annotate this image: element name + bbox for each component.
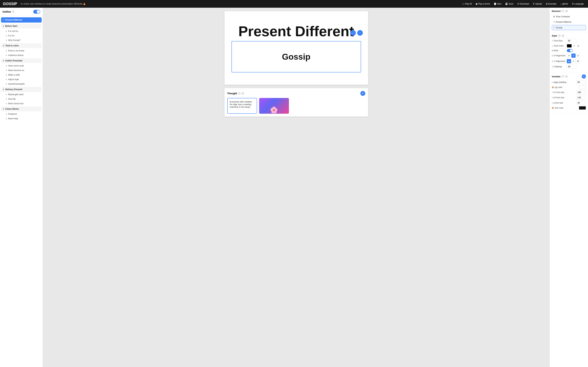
var-color-swatch-bg-color[interactable] bbox=[579, 85, 586, 89]
element-info-icon[interactable]: ? bbox=[562, 10, 564, 12]
style-close-icon[interactable]: ✕ bbox=[562, 35, 564, 37]
var-row-p-font-size: #p font size bbox=[552, 101, 586, 105]
padding-icon: ⊡ bbox=[552, 66, 553, 68]
github-button[interactable]: ⌂github bbox=[559, 2, 570, 6]
sidebar-item-word-cloud-mode[interactable]: +Word cloud mod bbox=[4, 101, 42, 106]
var-label-bg-color: 🎨bg color bbox=[552, 86, 578, 89]
element-item-present-different[interactable]: TPresent Different bbox=[552, 20, 586, 24]
sidebar-item-give-life[interactable]: +Give life bbox=[4, 97, 42, 101]
upload-button[interactable]: ⬆Upload bbox=[531, 2, 543, 6]
variable-info-icon[interactable]: ? bbox=[562, 75, 564, 78]
bold-toggle[interactable] bbox=[567, 49, 573, 52]
var-input-p-font-size[interactable] bbox=[576, 101, 586, 105]
thought-card-image[interactable]: 🌸 bbox=[259, 98, 289, 114]
thought-close-icon[interactable]: ✕ bbox=[242, 92, 244, 95]
bold-icon: B bbox=[552, 50, 553, 52]
example-button[interactable]: ⊞Example bbox=[545, 2, 558, 6]
sidebar-item-ideas-become-ou[interactable]: +Ideas become ou bbox=[4, 68, 42, 73]
var-input-page-padding[interactable] bbox=[576, 80, 586, 84]
element-section: Element ? ✕ ⊞Row ContainerTPresent Diffe… bbox=[550, 8, 588, 32]
sidebar-item-before-start[interactable]: +Before Start bbox=[1, 24, 42, 28]
variable-rows: #page padding🎨bg color#h1 font size#h2 f… bbox=[552, 80, 586, 110]
slide-area: Present Different Gossip ‹ › Thought ? ✕ bbox=[43, 8, 549, 367]
thought-add-button[interactable]: + bbox=[360, 91, 365, 96]
v-align-top-button[interactable]: ▲ bbox=[567, 59, 571, 63]
style-section-title: Style ? ✕ bbox=[552, 34, 586, 37]
sidebar-children-tend-to-solve: +Point is not Powe+Audience distrac bbox=[1, 49, 42, 58]
plus-icon: + bbox=[3, 25, 4, 27]
sidebar-item-tend-to-solve[interactable]: +Tend to solve bbox=[1, 43, 42, 48]
h-align-left-button[interactable]: ≡ bbox=[567, 54, 571, 58]
sidebar-item-future-works[interactable]: +Future Works bbox=[1, 107, 42, 111]
outline-info-icon[interactable]: ? bbox=[12, 10, 14, 13]
sidebar-item-make-a-slide[interactable]: +Make a slide bbox=[4, 73, 42, 77]
element-icon: T bbox=[553, 21, 554, 23]
var-input-h1-font-size[interactable] bbox=[576, 91, 586, 94]
sidebar-group-tend-to-solve: +Tend to solve+Point is not Powe+Audienc… bbox=[1, 43, 42, 58]
element-section-title: Element ? ✕ bbox=[552, 10, 586, 12]
padding-input[interactable] bbox=[567, 65, 576, 69]
outline-toggle[interactable] bbox=[33, 10, 40, 14]
sidebar-item-need-help[interactable]: +Need Help bbox=[4, 116, 42, 121]
sidebar-item-delivery-presenti[interactable]: +Delivery Presenti bbox=[1, 87, 42, 92]
element-item-row-container[interactable]: ⊞Row Container bbox=[552, 14, 586, 19]
sidebar-item-it-is-for[interactable]: +It is for bbox=[4, 33, 42, 38]
plus-icon: + bbox=[6, 78, 7, 81]
variable-close-icon[interactable]: ✕ bbox=[565, 75, 568, 78]
sidebar-item-why-gossip[interactable]: +Why Gossip? bbox=[4, 38, 42, 42]
sidebar-item-point-is-not-powe[interactable]: +Point is not Powe bbox=[4, 49, 42, 53]
font-color-eyedropper-icon[interactable]: 👁 bbox=[573, 44, 576, 48]
var-row-bg-color: 🎨bg color bbox=[552, 85, 586, 89]
font-color-label: △ Font Color bbox=[552, 45, 566, 47]
plus-icon: + bbox=[6, 98, 7, 100]
var-color-swatch-font-color[interactable] bbox=[579, 106, 586, 110]
sidebar-item-save-download[interactable]: +Save/Download/C bbox=[4, 82, 42, 86]
thought-card-text[interactable]: Everyone who shakes his legs has a sewin… bbox=[227, 98, 257, 114]
sidebar-item-it-is-not-for[interactable]: +It is not for... bbox=[4, 29, 42, 33]
bold-row: B Bold bbox=[552, 49, 586, 52]
sidebar: Outline ? + Present Different +Before St… bbox=[0, 8, 43, 367]
main-layout: Outline ? + Present Different +Before St… bbox=[0, 8, 588, 367]
font-color-delete-icon[interactable]: 🗑 bbox=[577, 44, 580, 48]
right-panel: Element ? ✕ ⊞Row ContainerTPresent Diffe… bbox=[549, 8, 588, 367]
save-button[interactable]: 💾Save bbox=[504, 2, 515, 6]
sidebar-header: Outline ? bbox=[0, 8, 43, 16]
sidebar-item-have-some-scatt[interactable]: +Have some scatt bbox=[4, 64, 42, 68]
prev-slide-button[interactable]: ‹ bbox=[350, 30, 356, 36]
slide-sub-text: Gossip bbox=[282, 52, 311, 62]
plus-icon: + bbox=[6, 113, 7, 116]
sidebar-item-present-different[interactable]: + Present Different bbox=[1, 17, 42, 23]
element-close-icon[interactable]: ✕ bbox=[565, 10, 568, 12]
sidebar-item-audience-distrac[interactable]: +Audience distrac bbox=[4, 53, 42, 58]
slide-sub-box[interactable]: Gossip bbox=[232, 41, 361, 72]
sidebar-item-adjust-style[interactable]: +Adjust style bbox=[4, 77, 42, 82]
element-item-gossip[interactable]: TGossip bbox=[552, 25, 586, 30]
download-button[interactable]: ⬇Download bbox=[516, 2, 530, 6]
thought-info-icon[interactable]: ? bbox=[238, 92, 240, 95]
plus-icon: + bbox=[6, 74, 7, 76]
language-button[interactable]: ⚙Language bbox=[571, 2, 585, 6]
variable-add-button[interactable]: + bbox=[582, 74, 586, 79]
new-button[interactable]: 📄New bbox=[493, 2, 503, 6]
var-icon-h2-font-size: # bbox=[552, 97, 553, 99]
topnav: GOSSIP An online user interface to creat… bbox=[0, 0, 588, 8]
h-align-center-button[interactable]: ≡ bbox=[571, 54, 576, 58]
sidebar-item-problems[interactable]: +Problems bbox=[4, 112, 42, 116]
v-align-middle-button[interactable]: + bbox=[571, 59, 576, 63]
h-align-right-button[interactable]: ≡ bbox=[576, 54, 580, 58]
next-slide-button[interactable]: › bbox=[357, 30, 363, 36]
play-all-button[interactable]: ▷Play All bbox=[461, 2, 473, 6]
font-color-swatch[interactable] bbox=[567, 44, 572, 48]
sidebar-children-delivery-presenti: +Meaningful switc+Give life+Word cloud m… bbox=[1, 92, 42, 106]
style-info-icon[interactable]: ? bbox=[558, 35, 561, 37]
plus-icon: + bbox=[6, 69, 7, 72]
v-align-bottom-button[interactable]: ▼ bbox=[576, 59, 580, 63]
var-input-h2-font-size[interactable] bbox=[576, 96, 586, 100]
sidebar-item-author-presentat[interactable]: +Author Presentat bbox=[1, 58, 42, 63]
element-tree: ⊞Row ContainerTPresent DifferentTGossip bbox=[552, 14, 586, 30]
font-size-input[interactable] bbox=[567, 39, 576, 43]
slide-card: Present Different Gossip ‹ › bbox=[225, 11, 368, 85]
github-icon: ⌂ bbox=[560, 3, 562, 5]
play-current-button[interactable]: ▣Play Current bbox=[474, 2, 491, 6]
sidebar-item-meaningful-switc[interactable]: +Meaningful switc bbox=[4, 92, 42, 97]
